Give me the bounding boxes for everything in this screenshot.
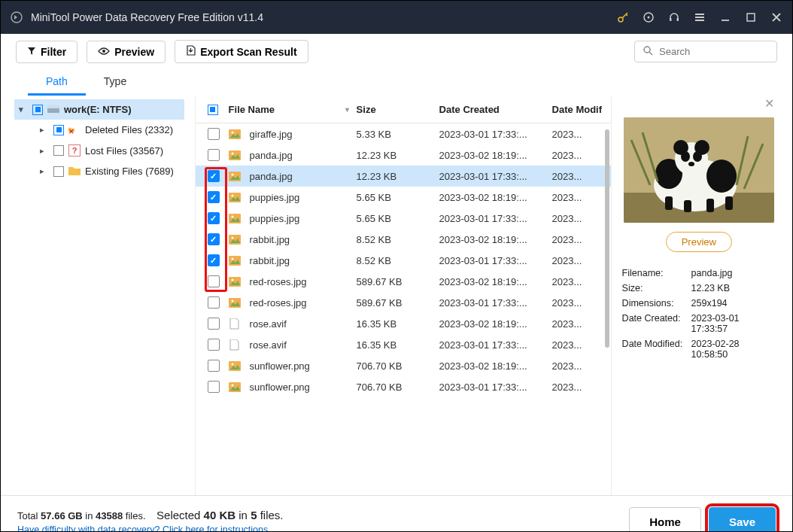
preview-button[interactable]: Preview [87,41,166,63]
help-link[interactable]: Have difficulty with data recovery? Clic… [17,524,283,532]
tree-item[interactable]: ▸✕Deleted Files (2332) [14,120,184,140]
col-filename[interactable]: File Name [229,104,275,115]
tri-state-checkbox[interactable] [53,125,64,135]
pv-modified-label: Date Modified: [622,339,691,360]
minimize-icon[interactable] [719,11,732,24]
pv-created-value: 2023-03-01 17:33:57 [691,313,776,334]
col-modified[interactable]: Date Modif [552,104,603,115]
image-icon [229,150,241,160]
svg-point-42 [693,151,702,162]
tab-type[interactable]: Type [86,69,144,96]
home-button[interactable]: Home [629,507,701,532]
checkbox[interactable] [53,145,64,156]
row-checkbox[interactable] [208,296,220,309]
file-row[interactable]: red-roses.jpg589.67 KB2023-03-01 17:33:.… [196,292,611,313]
search-input[interactable] [659,46,769,57]
row-checkbox[interactable] [208,318,220,330]
file-row[interactable]: rose.avif16.35 KB2023-03-01 17:33:...202… [196,334,611,355]
app-logo-icon [10,11,23,24]
filter-button[interactable]: Filter [16,41,77,63]
col-created[interactable]: Date Created [439,104,552,115]
row-checkbox[interactable] [208,275,220,287]
pv-size-label: Size: [622,283,691,293]
svg-rect-44 [665,196,673,210]
search-icon [643,45,653,58]
menu-icon[interactable] [693,11,706,24]
svg-rect-23 [229,256,241,266]
file-row[interactable]: sunflower.png706.70 KB2023-03-02 18:19:.… [196,355,611,376]
svg-point-26 [231,278,233,281]
export-icon [186,45,196,58]
file-modified: 2023... [552,192,603,203]
folder-tree: ▾ work(E: NTFS) ▸✕Deleted Files (2332)▸?… [14,96,184,495]
file-row[interactable]: rabbit.jpg8.52 KB2023-03-01 17:33:...202… [196,250,611,271]
headphones-icon[interactable] [667,11,681,24]
tab-path[interactable]: Path [28,69,86,96]
file-row[interactable]: panda.jpg12.23 KB2023-03-01 17:33:...202… [196,166,611,187]
image-icon [229,213,241,223]
file-size: 8.52 KB [357,234,439,245]
image-icon [229,360,241,371]
row-checkbox[interactable] [208,339,220,351]
tree-item-label: Existing Files (7689) [85,166,174,177]
search-box[interactable] [634,41,777,62]
row-checkbox[interactable] [208,212,220,224]
preview-image [624,117,774,223]
preview-open-button[interactable]: Preview [666,232,732,252]
svg-point-22 [231,236,233,239]
disc-icon[interactable] [642,11,655,24]
close-icon[interactable] [770,11,783,24]
file-size: 16.35 KB [357,318,439,330]
col-size[interactable]: Size [357,104,439,115]
tri-state-checkbox[interactable] [32,105,43,115]
image-icon [229,255,241,266]
file-row[interactable]: puppies.jpg5.65 KB2023-03-02 18:19:...20… [196,187,611,208]
view-tabs: Path Type [1,69,792,96]
row-checkbox[interactable] [208,360,220,372]
file-row[interactable]: puppies.jpg5.65 KB2023-03-01 17:33:...20… [196,208,611,229]
svg-point-3 [648,17,650,19]
file-created: 2023-03-01 17:33:... [439,171,552,182]
svg-rect-29 [229,361,241,371]
save-button[interactable]: Save [709,507,776,532]
file-row[interactable]: red-roses.jpg589.67 KB2023-03-02 18:19:.… [196,271,611,292]
row-checkbox[interactable] [208,170,220,182]
row-checkbox[interactable] [208,128,220,140]
file-size: 5.65 KB [357,213,439,224]
maximize-icon[interactable] [744,11,758,24]
export-button[interactable]: Export Scan Result [175,40,308,63]
scrollbar[interactable] [605,129,609,348]
pv-filename-value: panda.jpg [691,268,776,278]
key-icon[interactable] [616,11,630,24]
tree-item[interactable]: ▸?Lost Files (33567) [14,140,184,161]
file-row[interactable]: rose.avif16.35 KB2023-03-02 18:19:...202… [196,313,611,334]
svg-point-37 [706,160,737,193]
file-created: 2023-03-01 17:33:... [439,129,552,140]
close-preview-icon[interactable]: ✕ [764,96,774,111]
row-checkbox[interactable] [208,381,220,393]
file-created: 2023-03-01 17:33:... [439,382,552,393]
svg-rect-25 [229,277,241,287]
file-row[interactable]: rabbit.jpg8.52 KB2023-03-02 18:19:...202… [196,229,611,250]
svg-point-14 [231,152,233,154]
checkbox[interactable] [53,166,64,177]
file-row[interactable]: panda.jpg12.23 KB2023-03-02 18:19:...202… [196,144,611,166]
image-icon [229,129,241,139]
header-checkbox[interactable] [208,105,218,115]
row-checkbox[interactable] [208,191,220,203]
file-row[interactable]: sunflower.png706.70 KB2023-03-01 17:33:.… [196,376,611,397]
file-name: rose.avif [250,318,287,330]
file-row[interactable]: giraffe.jpg5.33 KB2023-03-01 17:33:...20… [196,123,611,144]
row-checkbox[interactable] [208,254,220,266]
filter-label: Filter [41,46,66,58]
svg-rect-27 [229,298,241,308]
tree-item[interactable]: ▸Existing Files (7689) [14,161,184,181]
preview-pane: ✕ Preview Filenam [622,96,779,495]
row-checkbox[interactable] [208,233,220,245]
row-checkbox[interactable] [208,149,220,161]
svg-point-28 [231,299,233,302]
file-created: 2023-03-02 18:19:... [439,360,552,372]
file-size: 12.23 KB [357,150,439,161]
tree-root[interactable]: ▾ work(E: NTFS) [14,99,184,120]
pv-created-label: Date Created: [622,313,691,334]
